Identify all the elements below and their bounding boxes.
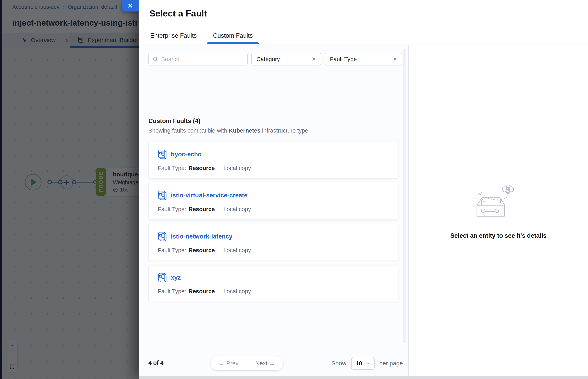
category-filter[interactable]: Category ✕ <box>251 53 321 65</box>
fault-detail-panel: Select an entity to see it's details <box>409 45 588 379</box>
fault-type-filter[interactable]: Fault Type ✕ <box>325 53 402 65</box>
fault-meta: Fault Type: Resource | Local copy <box>158 206 398 213</box>
local-copy-label: Local copy <box>223 165 251 172</box>
modal-bottom-edge <box>139 377 588 379</box>
page-size-controls: Show 10 per page <box>332 356 403 370</box>
fault-tabs: Enterprise Faults Custom Faults <box>149 32 253 44</box>
fault-meta: Fault Type: Resource | Local copy <box>158 288 398 295</box>
chevron-down-icon <box>365 361 370 366</box>
fault-name-link[interactable]: istio-virtual-service-create <box>171 192 248 199</box>
show-label: Show <box>332 360 346 367</box>
page-size-value: 10 <box>355 360 362 367</box>
scrollbar[interactable] <box>403 48 406 343</box>
local-copy-label: Local copy <box>223 288 251 295</box>
fault-type-clear-icon[interactable]: ✕ <box>392 56 397 62</box>
fault-list-panel: Category ✕ Fault Type ✕ Custom Faults (4… <box>139 45 409 379</box>
modal-header: Select a Fault Enterprise Faults Custom … <box>139 0 588 45</box>
search-box <box>148 53 248 65</box>
custom-faults-count: Custom Faults (4) <box>148 117 310 125</box>
fault-icon <box>158 190 167 200</box>
per-page-label: per page <box>379 360 403 367</box>
empty-state-text: Select an entity to see it's details <box>450 232 547 239</box>
page-size-select[interactable]: 10 <box>351 357 375 370</box>
pagination-bar: 4 of 4 ← Prev Next → Show 10 per page <box>139 348 408 379</box>
modal-title: Select a Fault <box>149 8 588 19</box>
fault-card[interactable]: istio-network-latency Fault Type: Resour… <box>148 224 398 261</box>
empty-state: Select an entity to see it's details <box>450 184 547 239</box>
filters-row: Category ✕ Fault Type ✕ <box>148 53 402 65</box>
empty-box-bee-illustration <box>475 184 522 223</box>
select-fault-modal: ✕ Select a Fault Enterprise Faults Custo… <box>139 0 588 379</box>
next-button[interactable]: Next → <box>247 356 283 370</box>
fault-meta: Fault Type: Resource | Local copy <box>158 247 398 253</box>
search-input[interactable] <box>161 56 243 63</box>
pagination-count: 4 of 4 <box>148 360 164 366</box>
fault-meta: Fault Type: Resource | Local copy <box>158 165 398 172</box>
fault-name-link[interactable]: byoc-echo <box>171 151 202 158</box>
prev-button[interactable]: ← Prev <box>211 356 247 370</box>
fault-card[interactable]: byoc-echo Fault Type: Resource | Local c… <box>148 142 398 179</box>
search-icon <box>153 56 158 62</box>
fault-icon <box>158 232 167 241</box>
fault-card-list: byoc-echo Fault Type: Resource | Local c… <box>148 142 398 306</box>
local-copy-label: Local copy <box>223 206 251 213</box>
pager-buttons: ← Prev Next → <box>211 356 283 370</box>
fault-name-link[interactable]: istio-network-latency <box>171 233 233 240</box>
compatibility-note: Showing faults compatible with Kubernete… <box>148 127 310 134</box>
fault-type-filter-label: Fault Type <box>330 56 357 63</box>
close-button[interactable]: ✕ <box>122 0 139 12</box>
close-icon: ✕ <box>128 2 133 10</box>
fault-icon <box>158 149 167 159</box>
category-filter-label: Category <box>256 56 280 63</box>
tab-enterprise-faults[interactable]: Enterprise Faults <box>149 32 198 44</box>
fault-icon <box>158 273 167 283</box>
fault-card[interactable]: xyz Fault Type: Resource | Local copy <box>148 265 398 302</box>
fault-card[interactable]: istio-virtual-service-create Fault Type:… <box>148 183 398 220</box>
fault-name-link[interactable]: xyz <box>171 274 181 281</box>
list-heading: Custom Faults (4) Showing faults compati… <box>148 117 310 134</box>
tab-custom-faults[interactable]: Custom Faults <box>212 32 253 44</box>
category-clear-icon[interactable]: ✕ <box>311 56 316 62</box>
local-copy-label: Local copy <box>223 247 251 253</box>
